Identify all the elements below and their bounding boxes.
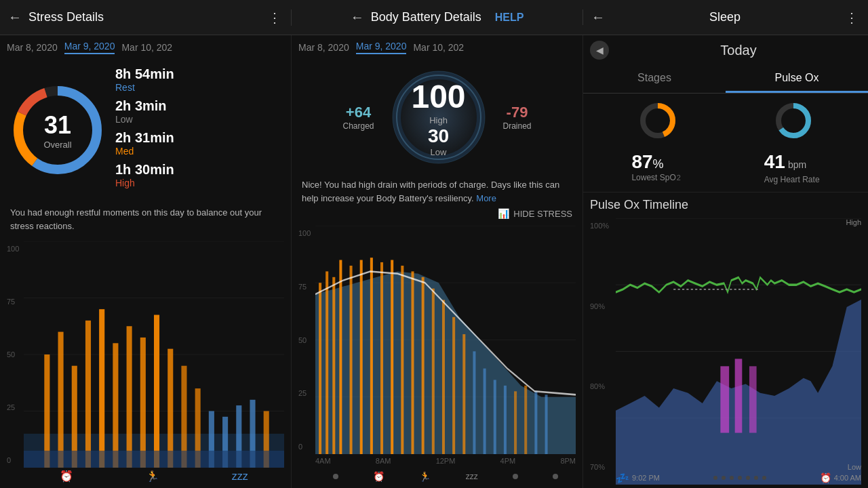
- time-dot: [713, 476, 717, 480]
- y-label-25: 25: [7, 403, 24, 411]
- time-dots: [713, 476, 766, 480]
- svg-rect-71: [735, 359, 743, 432]
- sleep-back-button[interactable]: ←: [591, 9, 605, 25]
- battery-y-100: 100: [298, 229, 315, 237]
- stress-menu-button[interactable]: ⋮: [268, 9, 283, 26]
- tab-stages[interactable]: Stages: [583, 65, 726, 93]
- svg-rect-46: [401, 266, 403, 454]
- svg-rect-49: [432, 289, 435, 454]
- svg-rect-58: [524, 386, 527, 454]
- sleep-donuts: [583, 94, 868, 148]
- sleep-nav: ← Sleep ⋮: [583, 9, 868, 26]
- battery-y-75: 75: [298, 283, 315, 291]
- battery-high-label: High: [411, 115, 465, 125]
- battery-center: +64 Charged: [292, 60, 583, 175]
- svg-rect-59: [534, 391, 537, 454]
- battery-x-labels: 4AM 8AM 12PM 4PM 8PM: [298, 454, 576, 468]
- x-label-8pm: 8PM: [560, 457, 576, 465]
- svg-rect-44: [380, 262, 383, 454]
- svg-rect-27: [24, 451, 284, 468]
- spo2-stat: 87 % Lowest SpO 2: [631, 151, 681, 185]
- spo2-value-row: 87 %: [631, 151, 681, 173]
- tab-pulse-ox[interactable]: Pulse Ox: [726, 65, 868, 93]
- stress-med-time: 2h 31min: [115, 130, 281, 146]
- time-dot: [722, 476, 726, 480]
- svg-rect-51: [452, 317, 455, 454]
- alarm-end-icon: ⏰: [820, 472, 831, 483]
- svg-rect-56: [504, 386, 507, 454]
- svg-rect-50: [442, 300, 445, 454]
- pulse-y-100: 100%: [590, 222, 616, 230]
- stress-low-item: 2h 3min Low: [115, 98, 281, 125]
- battery-nav: ← Body Battery Details HELP: [292, 9, 583, 25]
- svg-rect-19: [167, 349, 173, 468]
- hide-stress-button[interactable]: HIDE STRESS: [513, 209, 572, 219]
- stress-date-mar10[interactable]: Mar 10, 202: [121, 42, 172, 53]
- stress-rest-label: Rest: [115, 82, 281, 93]
- stress-date-mar8[interactable]: Mar 8, 2020: [7, 42, 58, 53]
- spo2-value: 87: [631, 151, 652, 173]
- battery-drained: -79 Drained: [503, 104, 532, 131]
- help-button[interactable]: HELP: [495, 12, 524, 24]
- svg-rect-72: [749, 366, 757, 432]
- stress-panel: Mar 8, 2020 Mar 9, 2020 Mar 10, 202 31: [0, 35, 292, 488]
- battery-chart: 100 75 50 25 0: [292, 222, 583, 488]
- battery-back-button[interactable]: ←: [351, 9, 364, 25]
- drained-value: -79: [503, 104, 532, 121]
- battery-x-axis-icons: ⏰ 🏃 zzz: [298, 468, 576, 485]
- stress-bars: [24, 241, 284, 468]
- drained-label: Drained: [503, 121, 532, 131]
- battery-ring: 100 High 30 Low: [388, 66, 490, 168]
- time-dot: [738, 476, 742, 480]
- svg-rect-52: [462, 334, 465, 454]
- stress-back-button[interactable]: ←: [8, 9, 22, 25]
- stress-description: You had enough restful moments on this d…: [0, 201, 291, 238]
- charged-value: +64: [342, 104, 374, 121]
- sleep-donut-1: [631, 100, 685, 141]
- svg-rect-18: [154, 315, 159, 468]
- sleep-stats: 87 % Lowest SpO 2 41 bpm Avg Heart Rate: [583, 148, 868, 192]
- battery-description: Nice! You had high drain with periods of…: [292, 175, 583, 208]
- stress-date-mar9[interactable]: Mar 9, 2020: [64, 41, 115, 54]
- battery-low-label: Low: [411, 147, 465, 157]
- today-label: Today: [616, 43, 861, 58]
- hr-label: Avg Heart Rate: [764, 175, 820, 184]
- end-time-label: 4:00 AM: [834, 474, 861, 482]
- battery-ring-center: 100 High 30 Low: [411, 78, 465, 157]
- svg-rect-43: [370, 258, 373, 454]
- stress-date-nav: Mar 8, 2020 Mar 9, 2020 Mar 10, 202: [0, 35, 291, 60]
- sleep-menu-button[interactable]: ⋮: [845, 9, 860, 26]
- svg-rect-11: [58, 332, 64, 468]
- battery-y-0: 0: [298, 443, 315, 451]
- heart-rate-stat: 41 bpm Avg Heart Rate: [764, 151, 820, 185]
- battery-date-nav: Mar 8, 2020 Mar 9, 2020 Mar 10, 202: [292, 35, 583, 60]
- hide-stress-row: 📊 HIDE STRESS: [292, 208, 583, 222]
- stress-high-time: 1h 30min: [115, 162, 281, 178]
- stress-nav: ← Stress Details ⋮: [0, 9, 292, 26]
- battery-date-mar8[interactable]: Mar 8, 2020: [298, 42, 349, 53]
- sleep-tabs: Stages Pulse Ox: [583, 65, 868, 94]
- battery-bars: [315, 226, 576, 454]
- charged-label: Charged: [342, 121, 374, 131]
- battery-high-value: 100: [411, 78, 465, 115]
- stress-rest-item: 8h 54min Rest: [115, 66, 281, 93]
- battery-date-mar10[interactable]: Mar 10, 202: [413, 42, 464, 53]
- sleep-back-circle-button[interactable]: ◀: [590, 41, 609, 60]
- battery-y-labels: 100 75 50 25 0: [298, 226, 315, 454]
- svg-rect-45: [391, 260, 393, 454]
- svg-rect-37: [319, 283, 321, 454]
- stress-ring-center: 31 Overall: [43, 111, 71, 150]
- sleep-donut-2: [766, 100, 821, 141]
- svg-rect-41: [350, 266, 353, 454]
- pulse-ox-y-labels: 100% 90% 80% 70%: [590, 218, 616, 485]
- stress-low-label: Low: [115, 114, 281, 125]
- more-link[interactable]: More: [476, 193, 496, 203]
- pulse-high-label: High: [846, 218, 861, 226]
- svg-rect-54: [484, 369, 486, 454]
- stress-value: 31: [43, 111, 71, 140]
- y-label-100: 100: [7, 245, 24, 253]
- stress-med-item: 2h 31min Med: [115, 130, 281, 157]
- battery-date-mar9[interactable]: Mar 9, 2020: [356, 41, 407, 54]
- battery-charged: +64 Charged: [342, 104, 374, 131]
- x-label-4pm: 4PM: [500, 457, 516, 465]
